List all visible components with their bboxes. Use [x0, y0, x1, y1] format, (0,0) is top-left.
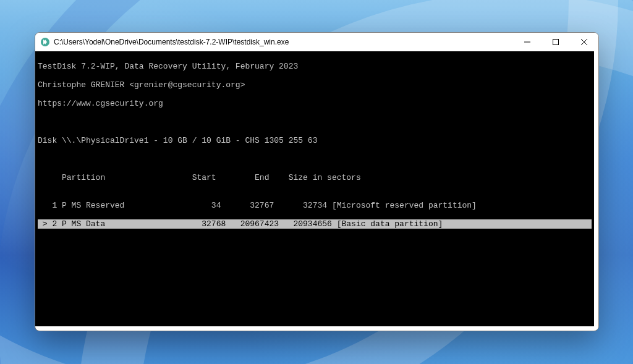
- close-button[interactable]: [570, 33, 598, 51]
- console-filler: [38, 247, 592, 326]
- svg-rect-2: [553, 40, 559, 45]
- window-controls: [513, 33, 598, 51]
- header-line-2: Christophe GRENIER <grenier@cgsecurity.o…: [38, 80, 592, 90]
- partition-table: 1 P MS Reserved 34 32767 32734 [Microsof…: [38, 192, 592, 238]
- console-window: C:\Users\Yodel\OneDrive\Documents\testdi…: [35, 32, 599, 331]
- partition-row[interactable]: > 2 P MS Data 32768 20967423 20934656 [B…: [38, 219, 592, 229]
- titlebar[interactable]: C:\Users\Yodel\OneDrive\Documents\testdi…: [35, 33, 598, 51]
- header-line-1: TestDisk 7.2-WIP, Data Recovery Utility,…: [38, 62, 592, 71]
- blank-line: [38, 154, 592, 164]
- window-title: C:\Users\Yodel\OneDrive\Documents\testdi…: [54, 38, 513, 46]
- maximize-button[interactable]: [542, 33, 570, 51]
- header-line-3: https://www.cgsecurity.org: [38, 99, 592, 108]
- console-area[interactable]: TestDisk 7.2-WIP, Data Recovery Utility,…: [35, 51, 594, 326]
- partition-table-header: Partition Start End Size in sectors: [38, 173, 592, 182]
- minimize-button[interactable]: [513, 33, 542, 51]
- app-icon: [40, 37, 50, 47]
- partition-row[interactable]: 1 P MS Reserved 34 32767 32734 [Microsof…: [38, 201, 592, 210]
- disk-info-line: Disk \\.\PhysicalDrive1 - 10 GB / 10 GiB…: [38, 136, 592, 145]
- blank-line: [38, 117, 592, 127]
